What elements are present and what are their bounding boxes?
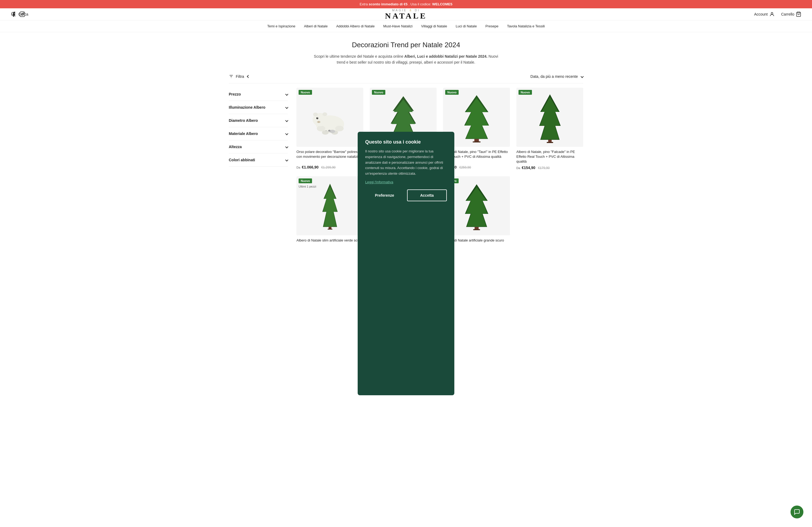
toolbar: Filtra Data, da più a meno recente [229, 70, 583, 84]
instagram-icon[interactable] [19, 11, 25, 17]
accept-button[interactable]: Accetta [407, 190, 447, 201]
chevron-down-icon [285, 158, 288, 161]
header: Cerca MAGIE 🕯 DI NATALE Account Carrello [0, 8, 812, 20]
nav-item-musthave[interactable]: Must-Have Natalizi [383, 24, 412, 28]
header-actions: Account Carrello [754, 12, 801, 17]
filter-materiale-label: Materiale Albero [229, 132, 258, 136]
facebook-icon[interactable] [11, 11, 17, 17]
chevron-down-icon [285, 145, 288, 148]
product-price: Da €154,90 €179,90 [516, 166, 583, 170]
svg-rect-39 [328, 229, 332, 230]
preferences-button[interactable]: Preferenze [365, 190, 404, 201]
product-card[interactable]: Nuovo Albero di Natale, pino "Falcade" i… [516, 88, 583, 170]
product-badge: Nuovo [299, 90, 312, 95]
tree-illustration [322, 179, 338, 232]
svg-rect-35 [547, 142, 553, 143]
product-last-units: Ultimi 1 pezzi [299, 185, 316, 188]
cookie-body: Il nostro sito usa cookie per migliorare… [365, 149, 447, 177]
filter-prezzo-label: Prezzo [229, 92, 241, 96]
top-banner: Extra sconto immediato di €5 . Usa il co… [0, 0, 812, 8]
svg-rect-47 [473, 229, 480, 230]
social-icons [11, 11, 25, 17]
product-image [296, 88, 363, 147]
tree-illustration [465, 179, 489, 232]
banner-text: Extra sconto immediato di €5 . Usa il co… [360, 2, 452, 6]
product-name: Orso polare decorativo "Barrow" poliresi… [296, 149, 363, 163]
filter-colori-header[interactable]: Colori abbinati [229, 158, 288, 162]
product-badge: Nuovo [299, 178, 312, 183]
nav-item-luci[interactable]: Luci di Natale [456, 24, 477, 28]
page-title: Decorazioni Trend per Natale 2024 [229, 41, 583, 49]
product-image [516, 88, 583, 147]
nav-item-alberi[interactable]: Alberi di Natale [304, 24, 328, 28]
page-subtitle: Scopri le ultime tendenze del Natale e a… [312, 54, 500, 65]
svg-point-20 [317, 121, 320, 123]
filter-button[interactable]: Filtra [229, 74, 249, 79]
tree-illustration [463, 89, 490, 146]
filter-illuminazione-label: Illuminazione Albero [229, 105, 265, 109]
nav-item-addobbi[interactable]: Addobbi Albero di Natale [336, 24, 375, 28]
main-nav: Temi e Ispirazione Alberi di Natale Addo… [0, 20, 812, 32]
svg-point-15 [313, 112, 318, 116]
cookie-link[interactable]: Leggi l'informativa [365, 180, 393, 184]
chevron-down-icon [285, 93, 288, 95]
account-button[interactable]: Account [754, 12, 775, 17]
svg-marker-45 [466, 187, 487, 227]
sort-button[interactable]: Data, da più a meno recente [530, 74, 583, 79]
product-badge: Nuovo [445, 90, 459, 95]
chevron-down-icon [285, 106, 288, 109]
nav-item-villaggi[interactable]: Villaggi di Natale [421, 24, 447, 28]
filter-materiale-header[interactable]: Materiale Albero [229, 132, 288, 136]
account-label: Account [754, 12, 768, 16]
cart-label: Carrello [781, 12, 794, 16]
product-name: Albero di Natale slim artificiale verde … [296, 238, 363, 252]
filter-chevron-icon [247, 75, 250, 78]
chevron-down-icon [285, 119, 288, 122]
filter-altezza-header[interactable]: Altezza [229, 145, 288, 149]
bear-illustration [306, 99, 354, 136]
filter-illuminazione-header[interactable]: Illuminazione Albero [229, 105, 288, 109]
nav-item-temi[interactable]: Temi e Ispirazione [267, 24, 295, 28]
svg-rect-31 [473, 141, 480, 142]
svg-marker-29 [465, 98, 488, 138]
cart-button[interactable]: Carrello [781, 12, 801, 17]
svg-point-22 [328, 130, 331, 132]
filter-colori: Colori abbinati [229, 153, 288, 167]
cart-icon [796, 12, 801, 17]
filter-materiale: Materiale Albero [229, 127, 288, 140]
account-icon [769, 12, 775, 17]
sort-chevron-icon [581, 75, 583, 78]
product-card[interactable]: Nuovo [296, 88, 363, 170]
product-price: Da €1.066,90 €1.299,90 [296, 165, 363, 169]
product-badge: Nuovo [519, 90, 532, 95]
tree-illustration [539, 89, 561, 146]
filter-altezza-label: Altezza [229, 145, 242, 149]
nav-item-tavola[interactable]: Tavola Natalizia e Tessili [507, 24, 545, 28]
chevron-down-icon [285, 132, 288, 135]
nav-item-presepe[interactable]: Presepe [485, 24, 498, 28]
svg-point-19 [317, 118, 318, 118]
filter-prezzo: Prezzo [229, 88, 288, 101]
filter-prezzo-header[interactable]: Prezzo [229, 92, 288, 96]
svg-marker-37 [323, 186, 337, 227]
filter-colori-label: Colori abbinati [229, 158, 255, 162]
filter-diametro-header[interactable]: Diametro Albero [229, 118, 288, 123]
filter-icon [229, 74, 234, 79]
svg-marker-33 [540, 97, 560, 139]
filter-diametro-label: Diametro Albero [229, 118, 258, 123]
svg-point-23 [329, 130, 330, 131]
sidebar: Prezzo Illuminazione Albero Diametro Alb… [229, 88, 288, 254]
svg-point-2 [23, 13, 24, 13]
product-badge: Nuovo [372, 90, 385, 95]
cookie-banner: Questo sito usa i cookie Il nostro sito … [358, 132, 454, 254]
svg-point-1 [21, 13, 23, 15]
logo[interactable]: MAGIE 🕯 DI NATALE [385, 9, 427, 20]
svg-point-11 [317, 125, 325, 131]
cookie-buttons: Preferenze Accetta [365, 190, 447, 201]
filter-diametro: Diametro Albero [229, 114, 288, 127]
product-card[interactable]: Nuovo Ultimi 1 pezzi Albero di Natale sl… [296, 176, 363, 254]
filter-label: Filtra [236, 74, 244, 79]
svg-point-12 [322, 131, 329, 135]
svg-point-16 [322, 112, 327, 116]
svg-point-4 [771, 12, 773, 14]
